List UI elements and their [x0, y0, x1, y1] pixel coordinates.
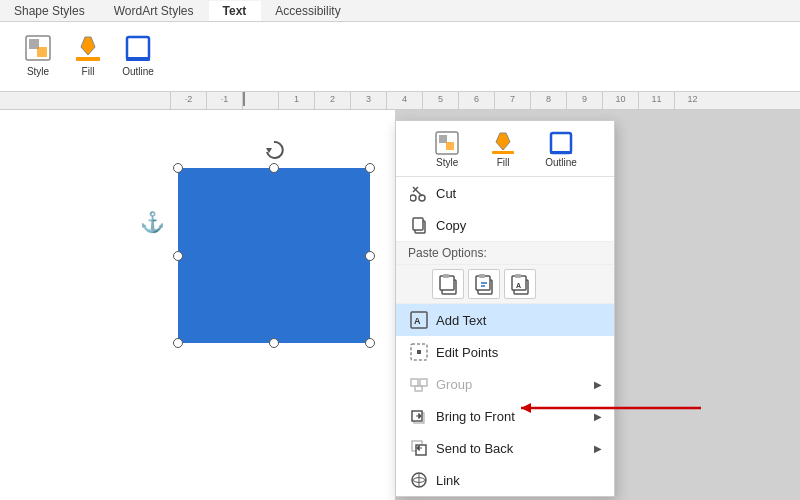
paste-icon-2[interactable]	[468, 269, 500, 299]
svg-rect-10	[492, 151, 514, 154]
canvas-area: ⚓	[0, 110, 800, 500]
menu-item-link[interactable]: Link	[396, 464, 614, 496]
cut-label: Cut	[436, 186, 602, 201]
outline-label: Outline	[122, 66, 154, 77]
copy-icon	[408, 214, 430, 236]
paste-icon-1[interactable]	[432, 269, 464, 299]
ribbon-section-format: Style Fill	[6, 26, 170, 87]
handle-top-left[interactable]	[173, 163, 183, 173]
tab-shape-styles[interactable]: Shape Styles	[0, 1, 100, 21]
group-icon	[408, 373, 430, 395]
blue-shape[interactable]	[178, 168, 370, 343]
svg-text:A: A	[414, 316, 421, 326]
outline-mini-icon	[547, 129, 575, 157]
svg-rect-4	[127, 37, 149, 59]
ribbon-bar: Style Fill	[0, 22, 800, 92]
fill-mini-icon	[489, 129, 517, 157]
copy-label: Copy	[436, 218, 602, 233]
group-label: Group	[436, 377, 594, 392]
svg-rect-21	[443, 274, 449, 278]
fill-button[interactable]: Fill	[66, 28, 110, 81]
menu-item-send-to-back[interactable]: Send to Back ▶	[396, 432, 614, 464]
handle-mid-right[interactable]	[365, 251, 375, 261]
handle-mid-left[interactable]	[173, 251, 183, 261]
svg-rect-5	[126, 57, 150, 61]
add-text-icon: A	[408, 309, 430, 331]
style-mini-button[interactable]: Style	[427, 127, 467, 170]
anchor-icon: ⚓	[140, 210, 165, 234]
paste-icon-3[interactable]: A	[504, 269, 536, 299]
style-icon	[22, 32, 54, 64]
send-back-icon	[408, 437, 430, 459]
ruler-marks: ·2 ·1 1 2 3 4 5 6 7 8 9 10 11 12	[0, 92, 800, 109]
handle-top-right[interactable]	[365, 163, 375, 173]
handle-bot-left[interactable]	[173, 338, 183, 348]
menu-item-group[interactable]: Group ▶	[396, 368, 614, 400]
paste-options-icons: A	[396, 265, 614, 303]
style-button[interactable]: Style	[16, 28, 60, 81]
svg-marker-43	[521, 403, 531, 413]
ruler: ·2 ·1 1 2 3 4 5 6 7 8 9 10 11 12	[0, 92, 800, 110]
svg-point-15	[410, 195, 416, 201]
svg-rect-9	[446, 142, 454, 150]
tab-accessibility[interactable]: Accessibility	[261, 1, 355, 21]
rotation-handle[interactable]	[262, 138, 286, 162]
paste-options-section: Paste Options:	[396, 241, 614, 304]
link-label: Link	[436, 473, 602, 488]
fill-label: Fill	[82, 66, 95, 77]
handle-top-mid[interactable]	[269, 163, 279, 173]
link-icon	[408, 469, 430, 491]
send-to-back-arrow: ▶	[594, 443, 602, 454]
mini-toolbar: Style Fill Outline	[396, 121, 614, 177]
svg-rect-24	[479, 274, 485, 278]
svg-text:A: A	[516, 282, 521, 289]
fill-icon	[72, 32, 104, 64]
outline-mini-label: Outline	[545, 157, 577, 168]
send-to-back-label: Send to Back	[436, 441, 594, 456]
edit-points-icon	[408, 341, 430, 363]
bring-front-icon	[408, 405, 430, 427]
red-arrow	[516, 398, 706, 418]
outline-mini-button[interactable]: Outline	[539, 127, 583, 170]
svg-rect-35	[415, 386, 422, 391]
outline-icon	[122, 32, 154, 64]
menu-item-cut[interactable]: Cut	[396, 177, 614, 209]
menu-item-add-text[interactable]: A Add Text	[396, 304, 614, 336]
add-text-label: Add Text	[436, 313, 602, 328]
handle-bot-mid[interactable]	[269, 338, 279, 348]
menu-item-copy[interactable]: Copy	[396, 209, 614, 241]
svg-rect-18	[413, 218, 423, 230]
svg-rect-20	[440, 276, 454, 290]
svg-rect-32	[417, 350, 421, 354]
svg-rect-27	[515, 274, 521, 278]
handle-bot-right[interactable]	[365, 338, 375, 348]
svg-rect-11	[551, 133, 571, 153]
outline-button[interactable]: Outline	[116, 28, 160, 81]
page-canvas: ⚓	[0, 110, 395, 500]
style-label: Style	[27, 66, 49, 77]
group-arrow: ▶	[594, 379, 602, 390]
paste-options-header: Paste Options:	[396, 242, 614, 265]
tab-wordart-styles[interactable]: WordArt Styles	[100, 1, 209, 21]
ribbon-tabs: Shape Styles WordArt Styles Text Accessi…	[0, 0, 800, 22]
style-mini-label: Style	[436, 157, 458, 168]
fill-mini-button[interactable]: Fill	[483, 127, 523, 170]
context-menu: Style Fill Outline	[395, 120, 615, 497]
fill-mini-label: Fill	[497, 157, 510, 168]
cut-icon	[408, 182, 430, 204]
svg-rect-12	[550, 151, 572, 154]
svg-rect-2	[37, 47, 47, 57]
svg-rect-33	[411, 379, 418, 386]
style-mini-icon	[433, 129, 461, 157]
menu-item-edit-points[interactable]: Edit Points	[396, 336, 614, 368]
svg-rect-8	[439, 135, 447, 143]
svg-rect-39	[416, 445, 426, 455]
edit-points-label: Edit Points	[436, 345, 602, 360]
svg-rect-34	[420, 379, 427, 386]
ribbon-buttons: Style Fill	[16, 28, 160, 81]
tab-text[interactable]: Text	[209, 1, 262, 21]
svg-rect-3	[76, 57, 100, 61]
